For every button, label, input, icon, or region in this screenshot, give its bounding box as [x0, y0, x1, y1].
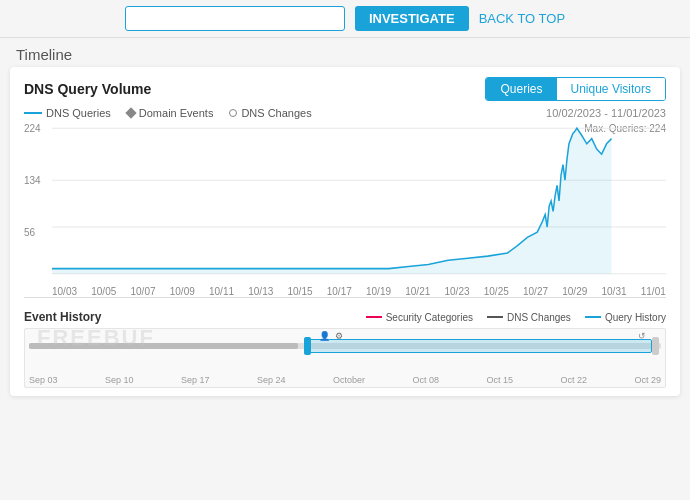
x-label-1023: 10/23	[445, 286, 470, 297]
legend-domain-events: Domain Events	[127, 107, 214, 119]
x-label-1019: 10/19	[366, 286, 391, 297]
domain-events-icon	[125, 107, 136, 118]
y-label-56: 56	[24, 227, 52, 238]
tl-october: October	[333, 375, 365, 385]
timeline-x-labels: Sep 03 Sep 10 Sep 17 Sep 24 October Oct …	[25, 375, 665, 385]
timeline-handle-left[interactable]	[304, 337, 311, 355]
legend-dns-queries: DNS Queries	[24, 107, 111, 119]
settings-icon[interactable]: ⚙	[335, 331, 343, 341]
tl-oct22: Oct 22	[560, 375, 587, 385]
legend-row: DNS Queries Domain Events DNS Changes 10…	[24, 107, 666, 119]
tab-unique-visitors[interactable]: Unique Visitors	[557, 78, 665, 100]
ev-security-categories: Security Categories	[366, 312, 473, 323]
svg-marker-4	[52, 128, 612, 274]
timeline-section-label: Timeline	[0, 38, 690, 67]
search-input[interactable]: budicygehama.top	[125, 6, 345, 31]
legend-domain-events-label: Domain Events	[139, 107, 214, 119]
user-icon[interactable]: 👤	[319, 331, 330, 341]
x-axis-labels: 10/03 10/05 10/07 10/09 10/11 10/13 10/1…	[52, 286, 666, 297]
chart-area: 224 134 56 Max. Queries: 224 10/03 10/05	[24, 123, 666, 298]
x-label-1029: 10/29	[562, 286, 587, 297]
security-categories-icon	[366, 316, 382, 318]
event-section: Event History Security Categories DNS Ch…	[24, 304, 666, 388]
investigate-button[interactable]: INVESTIGATE	[355, 6, 469, 31]
x-label-1101: 11/01	[641, 286, 666, 297]
x-label-1003: 10/03	[52, 286, 77, 297]
back-to-top-link[interactable]: BACK TO TOP	[479, 11, 565, 26]
y-axis-labels: 224 134 56	[24, 123, 52, 297]
timeline-handle-right[interactable]	[652, 337, 659, 355]
tl-sep10: Sep 10	[105, 375, 134, 385]
ev-dns-changes-icon	[487, 316, 503, 318]
timeline-selection[interactable]	[307, 339, 653, 353]
legend-dns-changes-label: DNS Changes	[241, 107, 311, 119]
dns-changes-icon	[229, 109, 237, 117]
timeline-strip[interactable]: 👤 ⚙ ↺ FREEBUF Sep 03 Sep 10 Sep 17 Sep 2…	[24, 328, 666, 388]
tl-oct29: Oct 29	[634, 375, 661, 385]
tab-group: Queries Unique Visitors	[485, 77, 666, 101]
x-label-1031: 10/31	[602, 286, 627, 297]
x-label-1025: 10/25	[484, 286, 509, 297]
dns-queries-icon	[24, 112, 42, 114]
tl-oct15: Oct 15	[486, 375, 513, 385]
legend-dns-queries-label: DNS Queries	[46, 107, 111, 119]
x-label-1009: 10/09	[170, 286, 195, 297]
tl-sep17: Sep 17	[181, 375, 210, 385]
chart-svg-container	[52, 123, 666, 279]
dns-header: DNS Query Volume Queries Unique Visitors	[24, 77, 666, 101]
y-label-134: 134	[24, 175, 52, 186]
refresh-icon[interactable]: ↺	[638, 331, 646, 341]
date-range-label: 10/02/2023 - 11/01/2023	[546, 107, 666, 119]
security-categories-label: Security Categories	[386, 312, 473, 323]
x-label-1017: 10/17	[327, 286, 352, 297]
dns-title: DNS Query Volume	[24, 81, 151, 97]
x-label-1005: 10/05	[91, 286, 116, 297]
ev-query-history: Query History	[585, 312, 666, 323]
event-history-title: Event History	[24, 310, 101, 324]
tab-queries[interactable]: Queries	[486, 78, 556, 100]
ev-dns-changes: DNS Changes	[487, 312, 571, 323]
event-header: Event History Security Categories DNS Ch…	[24, 310, 666, 324]
legend-dns-changes: DNS Changes	[229, 107, 311, 119]
tl-sep24: Sep 24	[257, 375, 286, 385]
tl-sep03: Sep 03	[29, 375, 58, 385]
x-label-1015: 10/15	[288, 286, 313, 297]
x-label-1021: 10/21	[405, 286, 430, 297]
ev-query-history-label: Query History	[605, 312, 666, 323]
tl-oct08: Oct 08	[412, 375, 439, 385]
x-label-1013: 10/13	[248, 286, 273, 297]
x-label-1027: 10/27	[523, 286, 548, 297]
main-card: DNS Query Volume Queries Unique Visitors…	[10, 67, 680, 396]
y-label-224: 224	[24, 123, 52, 134]
x-label-1007: 10/07	[131, 286, 156, 297]
ev-query-history-icon	[585, 316, 601, 318]
timeline-icons: 👤 ⚙	[319, 331, 343, 341]
timeline-pre-bar	[29, 343, 298, 349]
ev-dns-changes-label: DNS Changes	[507, 312, 571, 323]
chart-svg	[52, 123, 666, 279]
top-bar: budicygehama.top INVESTIGATE BACK TO TOP	[0, 0, 690, 38]
event-legend: Security Categories DNS Changes Query Hi…	[366, 312, 666, 323]
x-label-1011: 10/11	[209, 286, 234, 297]
